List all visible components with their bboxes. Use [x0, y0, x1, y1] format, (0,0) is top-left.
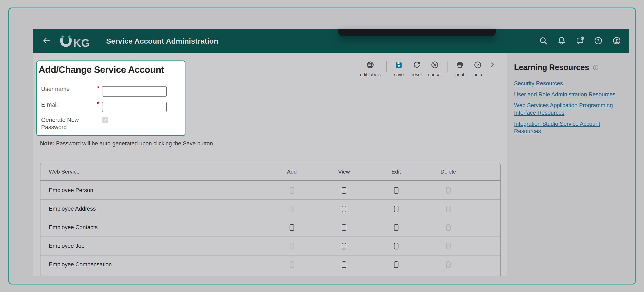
edit-checkbox[interactable] [394, 224, 398, 231]
permission-cell [318, 224, 370, 231]
permission-cell [422, 206, 474, 212]
account-button[interactable] [612, 36, 621, 46]
ukg-logo: KG [60, 35, 95, 47]
table-header-row: Web ServiceAddViewEditDelete [40, 163, 500, 181]
permission-cell [318, 187, 370, 194]
add-checkbox[interactable] [290, 224, 294, 231]
info-icon[interactable] [592, 64, 599, 71]
search-button[interactable] [539, 36, 548, 46]
web-service-name: Employee Person [40, 187, 266, 194]
edit-checkbox[interactable] [394, 187, 398, 194]
learning-resource-link[interactable]: Integration Studio Service Account Resou… [514, 120, 628, 135]
web-service-name: Employee Address [40, 206, 266, 212]
print-label: print [456, 72, 464, 78]
reset-label: reset [412, 72, 422, 78]
learning-resources-sidebar: Learning Resources Security ResourcesUse… [514, 63, 628, 139]
permission-cell [370, 224, 422, 231]
email-required-marker: * [97, 100, 100, 107]
permission-cell [266, 243, 318, 250]
cancel-button[interactable]: cancel [426, 61, 444, 78]
permission-cell [370, 261, 422, 268]
view-checkbox[interactable] [342, 243, 346, 250]
username-label: User name [41, 85, 70, 92]
help-button[interactable]: ? [594, 36, 603, 46]
edit-checkbox[interactable] [394, 243, 398, 250]
back-arrow-icon [42, 36, 51, 46]
username-required-marker: * [97, 84, 100, 92]
header-icon-group: ? [539, 36, 623, 46]
table-row: Employee Job [40, 236, 500, 255]
view-checkbox[interactable] [342, 261, 346, 268]
web-service-name: Employee Contacts [40, 224, 266, 231]
permission-cell [422, 243, 474, 250]
reset-button[interactable]: reset [408, 61, 426, 78]
permission-cell [370, 187, 422, 194]
help-label: help [473, 72, 482, 78]
column-header-edit: Edit [370, 168, 422, 175]
web-service-name: Employee Compensation [40, 261, 266, 268]
delete-checkbox [446, 187, 450, 194]
web-service-permissions-table: Web ServiceAddViewEditDeleteEmployee Per… [40, 163, 501, 276]
edit-labels-button[interactable]: edit labels [358, 61, 383, 78]
app-header: KG Service Account Administration ? [33, 29, 629, 53]
learning-resource-link[interactable]: Security Resources [514, 80, 628, 88]
view-checkbox[interactable] [342, 187, 346, 194]
permission-cell [318, 243, 370, 250]
permission-cell [370, 243, 422, 250]
permission-cell [370, 206, 422, 212]
learning-resource-link[interactable]: User and Role Administration Resources [514, 91, 628, 98]
chevron-right-icon [489, 66, 496, 70]
username-input[interactable] [102, 86, 167, 96]
view-checkbox[interactable] [342, 224, 346, 231]
learning-resources-links: Security ResourcesUser and Role Administ… [514, 80, 628, 135]
account-icon [612, 36, 621, 46]
generate-password-label: Generate New Password [41, 116, 85, 131]
svg-text:KG: KG [73, 37, 90, 47]
action-toolbar: edit labelssaveresetcancelprint?help [358, 61, 496, 78]
learning-resource-link[interactable]: Web Services Application Programming Int… [514, 102, 628, 116]
cancel-label: cancel [428, 72, 442, 78]
svg-text:?: ? [597, 38, 600, 43]
table-row: Employee Person [40, 181, 500, 200]
column-header-web-service: Web Service [40, 168, 266, 175]
permission-cell [318, 261, 370, 268]
column-header-view: View [318, 168, 370, 175]
permission-cell [266, 224, 318, 231]
permission-cell [422, 261, 474, 268]
print-button[interactable]: print [451, 61, 469, 78]
feedback-button[interactable] [575, 36, 584, 46]
back-button[interactable] [42, 36, 51, 46]
cancel-icon [430, 61, 439, 69]
floating-overlay-bar [338, 29, 496, 36]
note-label: Note: [40, 140, 54, 147]
web-service-name: Employee Job [40, 243, 266, 249]
save-button[interactable]: save [390, 61, 408, 78]
password-note: Note: Password will be auto-generated up… [40, 140, 214, 147]
view-checkbox[interactable] [342, 206, 346, 212]
permission-cell [422, 224, 474, 231]
add-checkbox [290, 243, 294, 250]
edit-checkbox[interactable] [394, 206, 398, 212]
help-icon: ? [474, 61, 482, 69]
generate-password-checkbox: ✓ [102, 117, 108, 123]
email-input[interactable] [102, 102, 167, 112]
edit-checkbox[interactable] [394, 261, 398, 268]
permission-cell [266, 187, 318, 194]
globe-icon [366, 61, 374, 69]
screen: KG Service Account Administration ? Add/… [0, 0, 644, 292]
add-checkbox [290, 261, 294, 268]
add-checkbox [290, 206, 294, 212]
screen-frame: KG Service Account Administration ? Add/… [8, 8, 636, 284]
help-button[interactable]: ?help [469, 61, 487, 78]
print-icon [456, 61, 464, 69]
column-header-delete: Delete [422, 168, 474, 175]
main-content-panel: Add/Change Service Account User name * E… [33, 53, 507, 276]
table-row: Employee Address [40, 200, 500, 218]
notifications-button[interactable] [557, 36, 566, 46]
toolbar-overflow-button[interactable] [489, 61, 496, 69]
service-account-form: Add/Change Service Account User name * E… [36, 60, 186, 136]
toolbar-divider [447, 61, 448, 72]
permission-cell [422, 187, 474, 194]
help-icon: ? [594, 36, 603, 46]
email-label: E-mail [41, 101, 58, 108]
